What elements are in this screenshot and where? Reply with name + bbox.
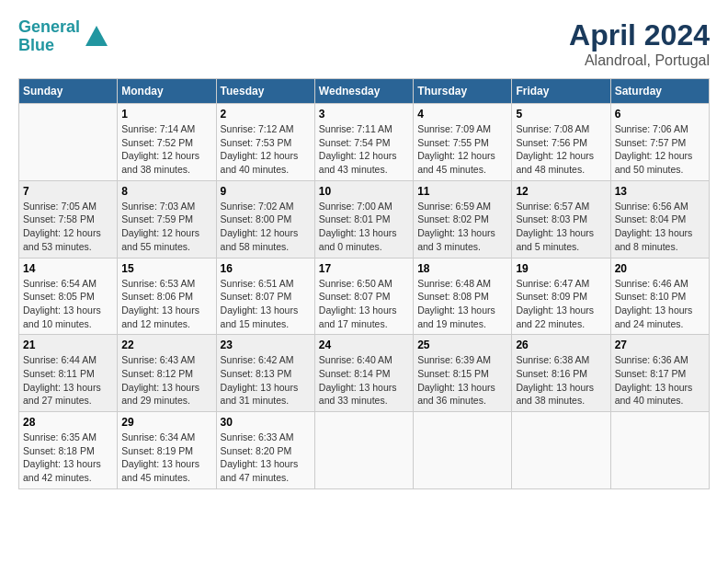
calendar-col-header: Saturday bbox=[610, 79, 709, 104]
day-info: Sunrise: 6:56 AM Sunset: 8:04 PM Dayligh… bbox=[615, 200, 705, 254]
calendar-col-header: Monday bbox=[118, 79, 216, 104]
day-number: 3 bbox=[319, 108, 409, 121]
calendar-cell: 28Sunrise: 6:35 AM Sunset: 8:18 PM Dayli… bbox=[19, 412, 118, 489]
day-number: 18 bbox=[417, 262, 507, 275]
logo: GeneralBlue bbox=[18, 18, 109, 55]
calendar-cell: 20Sunrise: 6:46 AM Sunset: 8:10 PM Dayli… bbox=[610, 258, 709, 335]
calendar-cell: 16Sunrise: 6:51 AM Sunset: 8:07 PM Dayli… bbox=[216, 258, 314, 335]
day-info: Sunrise: 6:46 AM Sunset: 8:10 PM Dayligh… bbox=[615, 277, 705, 331]
page-header: GeneralBlue April 2024 Alandroal, Portug… bbox=[18, 18, 710, 69]
day-info: Sunrise: 6:40 AM Sunset: 8:14 PM Dayligh… bbox=[319, 353, 409, 408]
day-info: Sunrise: 6:38 AM Sunset: 8:16 PM Dayligh… bbox=[516, 353, 606, 408]
calendar-cell: 14Sunrise: 6:54 AM Sunset: 8:05 PM Dayli… bbox=[19, 258, 118, 335]
calendar-col-header: Thursday bbox=[414, 79, 512, 104]
day-number: 22 bbox=[121, 339, 211, 351]
day-number: 27 bbox=[615, 339, 705, 351]
calendar-cell: 5Sunrise: 7:08 AM Sunset: 7:56 PM Daylig… bbox=[512, 104, 610, 181]
day-info: Sunrise: 7:11 AM Sunset: 7:54 PM Dayligh… bbox=[319, 122, 409, 177]
calendar-cell bbox=[610, 412, 709, 489]
calendar-cell: 26Sunrise: 6:38 AM Sunset: 8:16 PM Dayli… bbox=[512, 335, 610, 412]
day-info: Sunrise: 6:53 AM Sunset: 8:06 PM Dayligh… bbox=[121, 277, 211, 331]
day-info: Sunrise: 7:00 AM Sunset: 8:01 PM Dayligh… bbox=[319, 200, 409, 254]
day-info: Sunrise: 6:47 AM Sunset: 8:09 PM Dayligh… bbox=[516, 277, 606, 331]
calendar-cell: 27Sunrise: 6:36 AM Sunset: 8:17 PM Dayli… bbox=[610, 335, 709, 412]
svg-marker-0 bbox=[85, 26, 108, 46]
day-number: 15 bbox=[121, 262, 211, 275]
day-number: 13 bbox=[615, 185, 705, 198]
day-number: 11 bbox=[417, 185, 507, 198]
page-title: April 2024 bbox=[569, 18, 710, 52]
day-info: Sunrise: 6:39 AM Sunset: 8:15 PM Dayligh… bbox=[417, 353, 507, 408]
day-number: 24 bbox=[319, 339, 409, 351]
calendar-col-header: Friday bbox=[512, 79, 610, 104]
page-subtitle: Alandroal, Portugal bbox=[569, 52, 710, 69]
day-number: 30 bbox=[221, 416, 311, 429]
day-info: Sunrise: 6:50 AM Sunset: 8:07 PM Dayligh… bbox=[319, 277, 409, 331]
calendar-cell: 30Sunrise: 6:33 AM Sunset: 8:20 PM Dayli… bbox=[216, 412, 314, 489]
calendar-cell: 25Sunrise: 6:39 AM Sunset: 8:15 PM Dayli… bbox=[414, 335, 512, 412]
calendar-cell: 22Sunrise: 6:43 AM Sunset: 8:12 PM Dayli… bbox=[118, 335, 216, 412]
logo-icon bbox=[84, 24, 109, 50]
calendar-cell: 24Sunrise: 6:40 AM Sunset: 8:14 PM Dayli… bbox=[314, 335, 413, 412]
calendar-cell bbox=[512, 412, 610, 489]
day-info: Sunrise: 6:44 AM Sunset: 8:11 PM Dayligh… bbox=[23, 353, 113, 408]
calendar-week-row: 1Sunrise: 7:14 AM Sunset: 7:52 PM Daylig… bbox=[19, 104, 710, 181]
day-number: 29 bbox=[121, 416, 211, 429]
calendar-cell: 8Sunrise: 7:03 AM Sunset: 7:59 PM Daylig… bbox=[118, 180, 216, 258]
day-number: 26 bbox=[516, 339, 606, 351]
calendar-header-row: SundayMondayTuesdayWednesdayThursdayFrid… bbox=[19, 79, 710, 104]
calendar-cell bbox=[19, 104, 118, 181]
day-info: Sunrise: 7:05 AM Sunset: 7:58 PM Dayligh… bbox=[23, 200, 113, 254]
day-info: Sunrise: 7:14 AM Sunset: 7:52 PM Dayligh… bbox=[121, 122, 211, 177]
calendar-cell: 10Sunrise: 7:00 AM Sunset: 8:01 PM Dayli… bbox=[314, 180, 413, 258]
day-info: Sunrise: 7:06 AM Sunset: 7:57 PM Dayligh… bbox=[615, 122, 705, 177]
day-info: Sunrise: 7:02 AM Sunset: 8:00 PM Dayligh… bbox=[221, 200, 311, 254]
calendar-cell: 7Sunrise: 7:05 AM Sunset: 7:58 PM Daylig… bbox=[19, 180, 118, 258]
calendar-cell: 6Sunrise: 7:06 AM Sunset: 7:57 PM Daylig… bbox=[610, 104, 709, 181]
day-number: 1 bbox=[121, 108, 211, 121]
calendar-cell: 2Sunrise: 7:12 AM Sunset: 7:53 PM Daylig… bbox=[216, 104, 314, 181]
day-number: 2 bbox=[221, 108, 311, 121]
calendar-cell: 4Sunrise: 7:09 AM Sunset: 7:55 PM Daylig… bbox=[414, 104, 512, 181]
calendar-table: SundayMondayTuesdayWednesdayThursdayFrid… bbox=[18, 78, 710, 489]
day-info: Sunrise: 6:33 AM Sunset: 8:20 PM Dayligh… bbox=[221, 431, 311, 485]
day-info: Sunrise: 6:59 AM Sunset: 8:02 PM Dayligh… bbox=[417, 200, 507, 254]
calendar-cell: 23Sunrise: 6:42 AM Sunset: 8:13 PM Dayli… bbox=[216, 335, 314, 412]
day-info: Sunrise: 7:08 AM Sunset: 7:56 PM Dayligh… bbox=[516, 122, 606, 177]
day-number: 8 bbox=[121, 185, 211, 198]
day-number: 7 bbox=[23, 185, 113, 198]
calendar-cell: 21Sunrise: 6:44 AM Sunset: 8:11 PM Dayli… bbox=[19, 335, 118, 412]
day-number: 10 bbox=[319, 185, 409, 198]
day-number: 6 bbox=[615, 108, 705, 121]
calendar-cell: 15Sunrise: 6:53 AM Sunset: 8:06 PM Dayli… bbox=[118, 258, 216, 335]
calendar-week-row: 7Sunrise: 7:05 AM Sunset: 7:58 PM Daylig… bbox=[19, 180, 710, 258]
day-info: Sunrise: 7:09 AM Sunset: 7:55 PM Dayligh… bbox=[417, 122, 507, 177]
calendar-week-row: 14Sunrise: 6:54 AM Sunset: 8:05 PM Dayli… bbox=[19, 258, 710, 335]
day-number: 9 bbox=[221, 185, 311, 198]
day-info: Sunrise: 6:42 AM Sunset: 8:13 PM Dayligh… bbox=[221, 353, 311, 408]
day-info: Sunrise: 6:54 AM Sunset: 8:05 PM Dayligh… bbox=[23, 277, 113, 331]
day-info: Sunrise: 6:34 AM Sunset: 8:19 PM Dayligh… bbox=[121, 431, 211, 485]
day-info: Sunrise: 6:57 AM Sunset: 8:03 PM Dayligh… bbox=[516, 200, 606, 254]
day-info: Sunrise: 6:48 AM Sunset: 8:08 PM Dayligh… bbox=[417, 277, 507, 331]
calendar-cell: 9Sunrise: 7:02 AM Sunset: 8:00 PM Daylig… bbox=[216, 180, 314, 258]
day-info: Sunrise: 6:43 AM Sunset: 8:12 PM Dayligh… bbox=[121, 353, 211, 408]
calendar-cell: 1Sunrise: 7:14 AM Sunset: 7:52 PM Daylig… bbox=[118, 104, 216, 181]
calendar-cell: 3Sunrise: 7:11 AM Sunset: 7:54 PM Daylig… bbox=[314, 104, 413, 181]
day-number: 16 bbox=[221, 262, 311, 275]
title-block: April 2024 Alandroal, Portugal bbox=[569, 18, 710, 69]
calendar-col-header: Tuesday bbox=[216, 79, 314, 104]
day-number: 4 bbox=[417, 108, 507, 121]
day-number: 23 bbox=[221, 339, 311, 351]
calendar-cell: 18Sunrise: 6:48 AM Sunset: 8:08 PM Dayli… bbox=[414, 258, 512, 335]
logo-text: GeneralBlue bbox=[18, 18, 80, 55]
day-info: Sunrise: 6:35 AM Sunset: 8:18 PM Dayligh… bbox=[23, 431, 113, 485]
day-number: 28 bbox=[23, 416, 113, 429]
day-number: 19 bbox=[516, 262, 606, 275]
day-number: 25 bbox=[417, 339, 507, 351]
calendar-cell bbox=[414, 412, 512, 489]
calendar-cell: 12Sunrise: 6:57 AM Sunset: 8:03 PM Dayli… bbox=[512, 180, 610, 258]
calendar-cell bbox=[314, 412, 413, 489]
day-info: Sunrise: 7:03 AM Sunset: 7:59 PM Dayligh… bbox=[121, 200, 211, 254]
calendar-cell: 17Sunrise: 6:50 AM Sunset: 8:07 PM Dayli… bbox=[314, 258, 413, 335]
